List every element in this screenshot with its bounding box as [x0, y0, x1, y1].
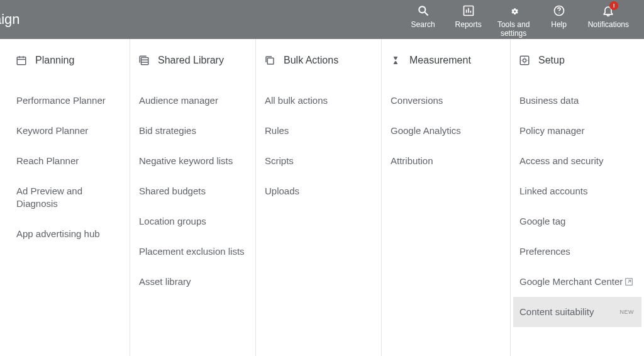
- nav-help-label: Help: [551, 20, 567, 29]
- shared-title: Shared Library: [158, 55, 224, 66]
- tools-mega-menu: Planning Performance Planner Keyword Pla…: [0, 39, 644, 356]
- svg-rect-15: [267, 58, 274, 64]
- menu-item-label: Google Merchant Center: [519, 275, 623, 288]
- menu-google-merchant-center[interactable]: Google Merchant Center: [517, 267, 641, 297]
- svg-rect-8: [17, 57, 26, 65]
- svg-line-1: [425, 13, 428, 16]
- column-header-planning: Planning: [14, 54, 127, 67]
- menu-google-analytics[interactable]: Google Analytics: [388, 116, 508, 146]
- menu-conversions[interactable]: Conversions: [388, 86, 508, 116]
- menu-bid-strategies[interactable]: Bid strategies: [136, 116, 253, 146]
- help-icon: [553, 4, 565, 18]
- column-header-shared: Shared Library: [136, 54, 253, 67]
- menu-keyword-planner[interactable]: Keyword Planner: [14, 116, 127, 146]
- menu-linked-accounts[interactable]: Linked accounts: [517, 176, 641, 206]
- tools-icon: [508, 4, 520, 18]
- menu-ad-preview[interactable]: Ad Preview and Diagnosis: [14, 176, 127, 219]
- menu-shared-budgets[interactable]: Shared budgets: [136, 176, 253, 206]
- svg-rect-12: [142, 58, 148, 65]
- reports-icon: [462, 4, 475, 18]
- menu-app-advertising-hub[interactable]: App advertising hub: [14, 219, 127, 249]
- page-title: aign: [0, 11, 20, 28]
- menu-uploads[interactable]: Uploads: [262, 176, 379, 206]
- nav-tools[interactable]: Tools and settings: [494, 1, 534, 38]
- nav-notifications[interactable]: ! Notifications: [584, 1, 633, 38]
- top-bar: aign Search Reports: [0, 0, 644, 39]
- menu-audience-manager[interactable]: Audience manager: [136, 86, 253, 116]
- external-link-icon: [624, 277, 634, 287]
- menu-attribution[interactable]: Attribution: [388, 146, 508, 176]
- column-planning: Planning Performance Planner Keyword Pla…: [8, 39, 130, 356]
- measurement-title: Measurement: [409, 55, 471, 66]
- menu-negative-keyword-lists[interactable]: Negative keyword lists: [136, 146, 253, 176]
- planning-icon: [15, 54, 28, 67]
- nav-tools-label: Tools and settings: [497, 20, 530, 38]
- menu-access-security[interactable]: Access and security: [517, 146, 641, 176]
- nav-search[interactable]: Search: [403, 1, 443, 38]
- menu-policy-manager[interactable]: Policy manager: [517, 116, 641, 146]
- menu-business-data[interactable]: Business data: [517, 86, 641, 116]
- nav-search-label: Search: [411, 20, 435, 29]
- menu-scripts[interactable]: Scripts: [262, 146, 379, 176]
- menu-rules[interactable]: Rules: [262, 116, 379, 146]
- nav-help[interactable]: Help: [539, 1, 579, 38]
- bulk-actions-icon: [264, 54, 276, 67]
- top-nav: Search Reports Tools and settings: [403, 1, 633, 38]
- column-measurement: Measurement Conversions Google Analytics…: [382, 39, 511, 356]
- shared-library-icon: [138, 54, 150, 67]
- column-bulk-actions: Bulk Actions All bulk actions Rules Scri…: [256, 39, 382, 356]
- setup-icon: [518, 54, 531, 67]
- nav-notifications-label: Notifications: [588, 20, 629, 29]
- notification-badge: !: [609, 1, 618, 10]
- column-header-bulk: Bulk Actions: [262, 54, 379, 67]
- setup-title: Setup: [538, 55, 565, 66]
- menu-location-groups[interactable]: Location groups: [136, 206, 253, 236]
- menu-reach-planner[interactable]: Reach Planner: [14, 146, 127, 176]
- menu-performance-planner[interactable]: Performance Planner: [14, 86, 127, 116]
- svg-point-0: [419, 6, 425, 13]
- nav-reports-label: Reports: [455, 20, 482, 29]
- menu-preferences[interactable]: Preferences: [517, 236, 641, 267]
- menu-placement-exclusion-lists[interactable]: Placement exclusion lists: [136, 236, 253, 267]
- nav-reports[interactable]: Reports: [448, 1, 489, 38]
- measurement-icon: [389, 54, 402, 67]
- svg-point-17: [523, 58, 526, 62]
- menu-all-bulk-actions[interactable]: All bulk actions: [262, 86, 379, 116]
- column-setup: Setup Business data Policy manager Acces…: [511, 39, 644, 356]
- column-header-setup: Setup: [517, 54, 641, 67]
- svg-point-7: [558, 13, 559, 13]
- new-badge: NEW: [620, 306, 635, 318]
- search-icon: [417, 4, 430, 18]
- menu-content-suitability[interactable]: Content suitability NEW: [513, 297, 641, 327]
- menu-google-tag[interactable]: Google tag: [517, 206, 641, 236]
- menu-asset-library[interactable]: Asset library: [136, 267, 253, 297]
- column-header-measurement: Measurement: [388, 54, 508, 67]
- notifications-icon: !: [602, 4, 614, 18]
- column-shared-library: Shared Library Audience manager Bid stra…: [130, 39, 256, 356]
- bulk-title: Bulk Actions: [284, 55, 338, 66]
- menu-item-label: Content suitability: [519, 306, 594, 318]
- planning-title: Planning: [35, 55, 74, 66]
